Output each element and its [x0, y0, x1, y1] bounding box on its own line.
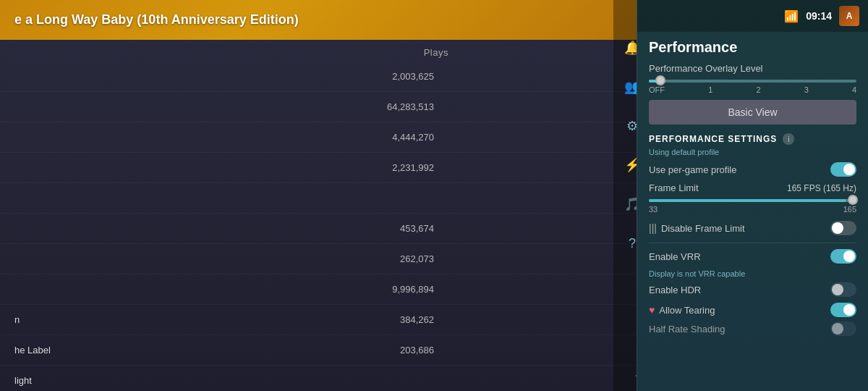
- track-plays: 64,283,513: [387, 101, 622, 112]
- frame-slider-thumb: [848, 195, 858, 205]
- overlay-label-2: 2: [756, 85, 760, 94]
- performance-settings-title: PERFORMANCE SETTINGS: [649, 134, 777, 144]
- frame-limit-value: 165 FPS (165 Hz): [787, 183, 856, 193]
- frame-limit-label: Frame Limit: [649, 182, 699, 193]
- track-row[interactable]: he Label 203,686: [0, 335, 637, 366]
- performance-panel: Performance Performance Overlay Level OF…: [637, 32, 868, 343]
- enable-vrr-label: Enable VRR: [649, 251, 701, 262]
- album-title: e a Long Way Baby (10th Anniversary Edit…: [14, 12, 299, 28]
- frame-slider-fill: [649, 199, 846, 202]
- basic-view-button[interactable]: Basic View: [649, 100, 856, 125]
- sidebar-topbar: 📶 09:14 A: [637, 0, 868, 32]
- track-row[interactable]: 2,231,992: [0, 153, 637, 183]
- track-name: he Label: [14, 345, 400, 356]
- track-plays: 384,262: [400, 314, 622, 325]
- track-plays: 203,686: [400, 345, 622, 356]
- frame-max-label: 165: [843, 205, 856, 214]
- allow-tearing-label: Allow Tearing: [659, 305, 715, 316]
- frame-slider-labels: 33 165: [649, 205, 856, 214]
- avatar-initials: A: [846, 11, 853, 21]
- performance-sidebar: 📶 09:14 A Performance Performance Overla…: [637, 0, 868, 391]
- disable-frame-toggle[interactable]: [830, 221, 856, 235]
- track-row[interactable]: [0, 183, 637, 214]
- frame-limit-row: Frame Limit 165 FPS (165 Hz): [649, 182, 856, 193]
- plays-column-header: Plays: [424, 47, 448, 58]
- track-row[interactable]: light: [0, 366, 637, 391]
- allow-tearing-toggle[interactable]: [830, 303, 856, 317]
- music-app-main: e a Long Way Baby (10th Anniversary Edit…: [0, 0, 637, 391]
- info-icon[interactable]: i: [783, 133, 794, 145]
- enable-hdr-label: Enable HDR: [649, 285, 701, 295]
- wifi-icon: 📶: [784, 9, 799, 23]
- track-row[interactable]: 2,003,625: [0, 62, 637, 92]
- overlay-slider-thumb: [655, 75, 665, 85]
- use-per-game-row: Use per-game profile: [649, 162, 856, 177]
- track-row[interactable]: 9,996,894: [0, 274, 637, 305]
- allow-tearing-label-group: ♥ Allow Tearing: [649, 304, 715, 316]
- track-plays: 9,996,894: [392, 284, 622, 295]
- half-rate-shading-row: Half Rate Shading: [649, 321, 856, 336]
- overlay-label-off: OFF: [649, 85, 665, 94]
- track-row[interactable]: 262,073: [0, 244, 637, 274]
- frame-min-label: 33: [649, 205, 658, 214]
- half-rate-label: Half Rate Shading: [649, 324, 726, 335]
- frame-slider-track[interactable]: [649, 199, 856, 202]
- track-plays: 4,444,270: [392, 132, 622, 143]
- allow-tearing-row: ♥ Allow Tearing: [649, 303, 856, 317]
- disable-frame-label: Disable Frame Limit: [661, 223, 826, 234]
- overlay-level-label: Performance Overlay Level: [649, 63, 856, 74]
- clock-display: 09:14: [806, 10, 832, 22]
- track-name: n: [14, 314, 400, 325]
- track-row[interactable]: 453,674: [0, 214, 637, 244]
- overlay-slider[interactable]: OFF 1 2 3 4: [649, 80, 856, 94]
- disable-frame-icon: |||: [649, 222, 657, 234]
- track-row[interactable]: 4,444,270: [0, 122, 637, 153]
- avatar: A: [839, 6, 859, 26]
- using-default-label: Using default profile: [649, 148, 856, 156]
- track-plays: 2,231,992: [392, 162, 622, 173]
- track-name: light: [14, 375, 434, 386]
- album-header: e a Long Way Baby (10th Anniversary Edit…: [0, 0, 637, 40]
- overlay-label-4: 4: [852, 85, 856, 94]
- track-row[interactable]: 64,283,513: [0, 92, 637, 122]
- overlay-label-3: 3: [804, 85, 809, 94]
- overlay-labels: OFF 1 2 3 4: [649, 85, 856, 94]
- enable-vrr-row: Enable VRR: [649, 249, 856, 264]
- overlay-slider-track[interactable]: [649, 80, 856, 83]
- enable-hdr-row: Enable HDR: [649, 282, 856, 297]
- overlay-label-1: 1: [708, 85, 712, 94]
- divider-1: [649, 243, 856, 243]
- track-plays: 262,073: [400, 253, 622, 264]
- half-rate-toggle[interactable]: [830, 321, 856, 336]
- track-plays: 453,674: [400, 223, 622, 234]
- track-plays: 2,003,625: [392, 71, 622, 82]
- performance-title: Performance: [649, 39, 856, 56]
- heart-icon: ♥: [649, 304, 655, 316]
- use-per-game-label: Use per-game profile: [649, 164, 736, 175]
- enable-vrr-toggle[interactable]: [830, 249, 856, 264]
- performance-settings-header: PERFORMANCE SETTINGS i: [649, 133, 856, 145]
- enable-hdr-toggle[interactable]: [830, 282, 856, 297]
- track-list: 2,003,625 64,283,513 4,444,270 2,231,992…: [0, 62, 637, 391]
- use-per-game-toggle[interactable]: [830, 162, 856, 177]
- vrr-sublabel: Display is not VRR capable: [649, 269, 856, 278]
- track-row[interactable]: n 384,262: [0, 305, 637, 335]
- frame-limit-slider[interactable]: 33 165: [649, 199, 856, 214]
- disable-frame-limit-row: ||| Disable Frame Limit: [649, 221, 856, 235]
